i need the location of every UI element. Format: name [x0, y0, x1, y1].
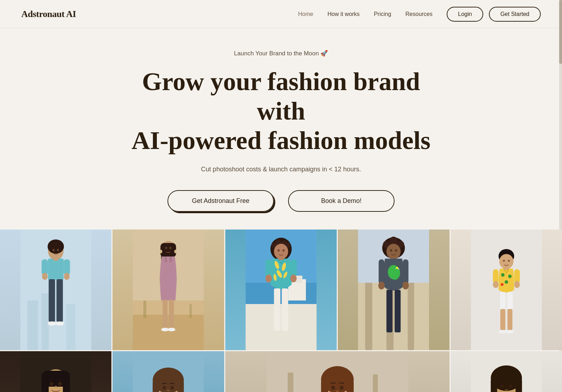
cta-primary-button[interactable]: Get Adstronaut Free [167, 190, 274, 212]
svg-rect-95 [507, 309, 512, 330]
svg-rect-19 [133, 315, 204, 350]
svg-rect-2 [42, 293, 49, 350]
scrollbar-thumb[interactable] [559, 0, 562, 64]
svg-rect-114 [153, 380, 159, 392]
gallery-item-2 [112, 230, 224, 350]
svg-rect-56 [274, 288, 280, 331]
svg-point-79 [390, 249, 392, 252]
svg-rect-1 [27, 300, 38, 350]
nav-how-it-works[interactable]: How it works [327, 11, 360, 17]
svg-point-107 [50, 382, 53, 386]
svg-rect-126 [321, 380, 328, 392]
navbar: Adstronaut AI Home How it works Pricing … [0, 0, 562, 28]
svg-point-46 [274, 244, 288, 259]
model-figure-1 [0, 230, 111, 350]
model-figure-5 [451, 230, 562, 350]
svg-point-108 [58, 382, 62, 386]
svg-point-83 [499, 254, 513, 269]
svg-rect-73 [379, 259, 384, 284]
svg-point-17 [57, 249, 59, 252]
svg-point-91 [514, 281, 520, 288]
svg-rect-62 [365, 272, 372, 350]
cta-secondary-button[interactable]: Book a Demo! [288, 190, 395, 212]
gallery-section [0, 230, 562, 392]
svg-point-13 [48, 321, 56, 326]
model-figure-2 [112, 230, 224, 350]
svg-rect-53 [290, 259, 297, 277]
svg-point-87 [501, 283, 503, 286]
svg-point-98 [503, 260, 505, 262]
svg-rect-100 [504, 268, 509, 270]
svg-rect-60 [279, 257, 283, 260]
svg-rect-52 [265, 259, 272, 277]
svg-rect-122 [373, 374, 378, 392]
nav-buttons: Login Get Started [447, 7, 541, 22]
svg-point-55 [290, 275, 297, 282]
svg-rect-27 [170, 256, 172, 262]
get-started-button[interactable]: Get Started [489, 7, 541, 22]
svg-point-97 [506, 330, 514, 333]
svg-rect-127 [347, 380, 354, 392]
logo: Adstronaut AI [21, 9, 76, 20]
hero-title: Grow your fashion brand with AI-powered … [121, 67, 441, 155]
svg-rect-21 [190, 304, 192, 318]
svg-rect-106 [43, 371, 68, 387]
svg-rect-77 [386, 290, 392, 332]
model-figure-6 [0, 351, 111, 392]
svg-rect-3 [66, 304, 75, 350]
svg-point-14 [55, 321, 64, 326]
svg-rect-93 [507, 292, 513, 310]
nav-resources[interactable]: Resources [406, 11, 432, 17]
svg-rect-57 [282, 288, 288, 331]
svg-rect-12 [56, 279, 63, 322]
svg-rect-28 [163, 300, 168, 328]
svg-rect-115 [178, 380, 184, 392]
svg-point-85 [508, 275, 512, 278]
svg-point-75 [378, 282, 385, 289]
svg-point-33 [175, 250, 177, 253]
gallery-item-3 [225, 230, 337, 350]
svg-point-84 [501, 273, 505, 277]
hero-subtitle: Launch Your Brand to the Moon 🚀 [234, 50, 328, 57]
svg-point-59 [282, 249, 285, 252]
svg-rect-26 [165, 256, 167, 262]
svg-point-44 [276, 239, 281, 244]
hero-section: Launch Your Brand to the Moon 🚀 Grow you… [0, 28, 562, 230]
nav-links: Home How it works Pricing Resources [298, 11, 432, 17]
gallery-item-5 [451, 230, 562, 350]
hero-buttons: Get Adstronaut Free Book a Demo! [167, 190, 395, 212]
svg-point-90 [493, 281, 498, 288]
svg-point-76 [402, 282, 409, 289]
svg-rect-137 [516, 378, 522, 392]
svg-rect-92 [500, 292, 506, 310]
svg-rect-6 [48, 259, 64, 280]
svg-point-10 [64, 273, 70, 280]
svg-point-70 [386, 244, 401, 259]
svg-rect-29 [169, 300, 174, 328]
svg-point-9 [42, 273, 48, 280]
gallery-item-9 [451, 351, 562, 392]
svg-rect-94 [500, 309, 505, 330]
model-figure-3 [225, 230, 337, 350]
svg-point-86 [505, 280, 508, 284]
svg-rect-136 [491, 378, 497, 392]
svg-rect-120 [288, 372, 293, 392]
svg-point-58 [277, 249, 280, 252]
svg-point-117 [171, 386, 174, 390]
svg-rect-64 [408, 276, 414, 350]
hero-description: Cut photoshoot costs & launch campaigns … [201, 166, 361, 173]
svg-rect-11 [49, 279, 55, 322]
nav-home[interactable]: Home [298, 11, 313, 17]
gallery-item-1 [0, 230, 111, 350]
svg-point-72 [396, 267, 398, 269]
svg-point-34 [165, 247, 167, 249]
model-figure-9 [451, 351, 562, 392]
svg-point-31 [168, 328, 176, 331]
svg-point-116 [163, 386, 166, 390]
login-button[interactable]: Login [447, 7, 483, 22]
nav-pricing[interactable]: Pricing [374, 11, 391, 17]
model-figure-7 [112, 351, 224, 392]
svg-point-139 [509, 385, 512, 388]
gallery-item-4 [338, 230, 449, 350]
gallery-item-8 [225, 351, 450, 392]
